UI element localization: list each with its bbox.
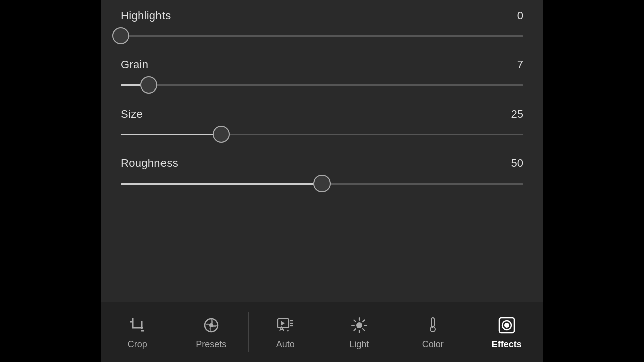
roughness-value: 50 <box>511 157 523 170</box>
highlights-thumb[interactable] <box>112 27 129 44</box>
highlights-value: 0 <box>517 9 523 22</box>
presets-label: Presets <box>196 339 226 350</box>
effects-label: Effects <box>492 339 522 350</box>
nav-item-auto[interactable]: ✦ Auto <box>249 310 323 354</box>
roughness-thumb[interactable] <box>313 175 331 192</box>
size-label: Size <box>121 108 143 121</box>
crop-label: Crop <box>128 339 147 350</box>
svg-point-14 <box>356 322 362 328</box>
svg-line-21 <box>363 320 365 322</box>
roughness-group: Roughness 50 <box>121 157 523 192</box>
nav-item-presets[interactable]: Presets <box>175 310 249 354</box>
svg-text:✦: ✦ <box>286 329 290 333</box>
grain-track <box>121 84 523 86</box>
size-fill <box>121 134 221 135</box>
grain-label: Grain <box>121 58 148 71</box>
grain-value: 7 <box>517 58 523 71</box>
svg-rect-3 <box>130 321 133 323</box>
size-thumb[interactable] <box>213 126 230 143</box>
svg-line-22 <box>354 329 356 331</box>
auto-icon: ✦ <box>274 314 296 336</box>
svg-point-28 <box>504 323 509 328</box>
svg-rect-0 <box>132 318 134 328</box>
crop-icon <box>126 314 148 336</box>
size-header: Size 25 <box>121 108 523 121</box>
left-black-area <box>0 0 101 362</box>
grain-thumb[interactable] <box>140 76 157 94</box>
svg-line-19 <box>354 320 356 322</box>
nav-item-effects[interactable]: Effects <box>470 310 544 354</box>
svg-point-7 <box>209 323 213 327</box>
size-group: Size 25 <box>121 108 523 143</box>
light-label: Light <box>349 339 369 350</box>
size-slider[interactable] <box>121 126 523 143</box>
light-icon <box>348 314 370 336</box>
effects-icon <box>496 314 518 336</box>
roughness-slider[interactable] <box>121 175 523 192</box>
nav-item-light[interactable]: Light <box>323 310 396 354</box>
grain-slider[interactable] <box>121 76 523 94</box>
svg-marker-12 <box>281 321 285 326</box>
roughness-header: Roughness 50 <box>121 157 523 170</box>
highlights-header: Highlights 0 <box>121 9 523 22</box>
color-icon <box>422 314 444 336</box>
svg-rect-2 <box>141 321 143 329</box>
svg-rect-4 <box>141 330 144 332</box>
grain-header: Grain 7 <box>121 58 523 71</box>
right-black-area <box>543 0 644 362</box>
auto-label: Auto <box>276 339 295 350</box>
sliders-area: Highlights 0 Grain 7 Size <box>101 0 543 302</box>
main-panel: Highlights 0 Grain 7 Size <box>101 0 543 362</box>
grain-group: Grain 7 <box>121 58 523 94</box>
color-label: Color <box>422 339 444 350</box>
bottom-nav: Crop Presets <box>101 302 543 362</box>
roughness-label: Roughness <box>121 157 178 170</box>
highlights-label: Highlights <box>121 9 171 22</box>
nav-item-color[interactable]: Color <box>396 310 470 354</box>
svg-line-20 <box>363 329 365 331</box>
roughness-fill <box>121 183 322 185</box>
highlights-track <box>121 35 523 37</box>
highlights-slider[interactable] <box>121 27 523 44</box>
svg-rect-23 <box>431 318 434 327</box>
highlights-group: Highlights 0 <box>121 9 523 44</box>
nav-item-crop[interactable]: Crop <box>101 310 175 354</box>
size-value: 25 <box>511 108 523 121</box>
presets-icon <box>200 314 222 336</box>
